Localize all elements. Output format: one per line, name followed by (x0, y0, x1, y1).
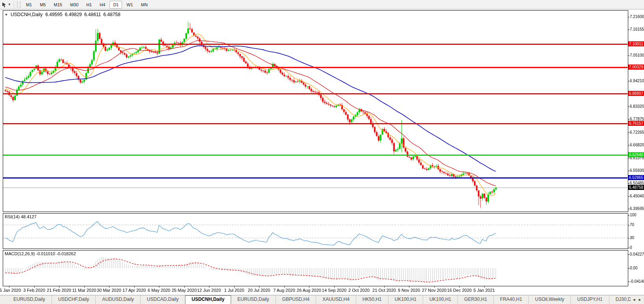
date-tick-label: 27 Nov 2020 (422, 288, 446, 293)
timeframe-button-h1[interactable]: H1 (83, 1, 95, 9)
price-tick-label: 6.83320 (630, 104, 644, 109)
price-tick-label: 6.39595 (630, 206, 644, 211)
symbol-tab-xauusd-h4[interactable]: XAUUSD,H4 (316, 295, 356, 304)
date-tick-label: 11 Mar 2020 (72, 288, 96, 293)
date-tick-label: 21 Oct 2020 (372, 288, 396, 293)
date-tick-label: 6 May 2020 (148, 288, 170, 293)
chart-symbol-label: USDCNH,Daily (11, 12, 43, 17)
rsi-tick-label: 30 (630, 236, 634, 240)
symbol-tab-usdchf-daily[interactable]: USDCHF,Daily (52, 295, 96, 304)
macd-label: MACD(12,26,9) -0.011010 -0.018262 (5, 251, 76, 256)
symbol-tab-uk100-h1[interactable]: UK100,H1 (423, 295, 457, 304)
date-tick-label: 5 Jan 2021 (474, 288, 495, 293)
symbol-tab-usoil-weekly[interactable]: USOil,Weekly (528, 295, 570, 304)
symbol-tab-gbpusd-h4[interactable]: GBPUSD,H4 (276, 295, 316, 304)
symbol-tab-fra40-h1[interactable]: FRA40,H1 (493, 295, 528, 304)
level-price-tag: 6.62646 (628, 152, 644, 157)
rsi-tick-label: 70 (630, 223, 634, 227)
timeframe-button-m1[interactable]: M1 (22, 1, 35, 9)
date-tick-label: 3 Feb 2020 (23, 288, 45, 293)
collapse-arrow-icon[interactable]: ▼ (5, 13, 8, 17)
date-tick-label: 17 Apr 2020 (122, 288, 146, 293)
macd-tick-label: 0.00 (630, 266, 637, 270)
current-price-tag: 6.48758 (628, 185, 644, 190)
toolbar-separator (14, 1, 14, 8)
price-tick-label: 7.16155 (630, 27, 644, 31)
price-tick-label: 6.72265 (630, 130, 644, 134)
level-price-tag: 7.10011 (628, 41, 644, 46)
chart-tool-icon (2, 2, 7, 7)
timeframe-button-group: M1M5M15M30H1H4D1W1MN (22, 1, 152, 9)
symbol-tab-usdcad-daily[interactable]: USDCAD,Daily (140, 295, 185, 304)
timeframe-button-w1[interactable]: W1 (123, 1, 137, 9)
date-tick-label: 7 Aug 2020 (273, 288, 295, 293)
level-price-tag: 6.88897 (628, 91, 644, 96)
date-tick-label: 9 Nov 2020 (398, 288, 420, 293)
symbol-tab-usdjpy-h1[interactable]: USDJPY,H1 (570, 295, 609, 304)
symbol-tab-usdcnh-daily[interactable]: USDCNH,Daily (185, 295, 231, 304)
price-tick-label: 7.21600 (630, 15, 644, 19)
date-tick-label: 26 Aug 2020 (297, 288, 321, 293)
tab-scroll-right-icon[interactable]: ► (638, 298, 642, 302)
level-price-tag: 6.76157 (628, 121, 644, 126)
price-tick-label: 6.45040 (630, 194, 644, 198)
timeframe-button-m5[interactable]: M5 (36, 1, 49, 9)
symbol-tab-uk100-h1[interactable]: UK100,H1 (388, 295, 423, 304)
timeframe-button-mn[interactable]: MN (137, 1, 151, 9)
symbol-tab-eurusd-daily[interactable]: EURUSD,Daily (231, 295, 276, 304)
rsi-panel[interactable] (3, 213, 628, 249)
price-tick-label: 6.55930 (630, 168, 644, 173)
close-value: 6.48758 (104, 12, 120, 17)
date-tick-label: 15 Jan 2020 (0, 288, 21, 293)
level-price-tag: 7.00029 (628, 64, 644, 70)
date-tick-label: 25 May 2020 (172, 288, 197, 293)
chart-tool-button[interactable]: ▼ (0, 0, 13, 9)
macd-tick-label: -0.04148 (630, 279, 644, 284)
price-tick-label: 6.94210 (630, 79, 644, 83)
date-tick-label: 30 Mar 2020 (97, 288, 121, 293)
timeframe-button-m30[interactable]: M30 (67, 1, 82, 9)
toolbar: ▼ M1M5M15M30H1H4D1W1MN (0, 0, 644, 9)
level-price-tag: 6.52865 (628, 175, 644, 180)
tab-scroll-left-icon[interactable]: ◄ (632, 298, 636, 302)
price-tick-label: 7.05100 (630, 53, 644, 57)
chart-title: ▼ USDCNH,Daily 6.49595 6.49829 6.48611 6… (5, 12, 120, 17)
date-tick-label: 14 Sep 2020 (322, 288, 346, 293)
rsi-tick-label: 0 (630, 245, 632, 250)
date-tick-label: 21 Feb 2020 (47, 288, 71, 293)
symbol-tab-bar: EURUSD,DailyUSDCHF,DailyAUDUSD,DailyUSDC… (0, 295, 644, 304)
main-chart-panel[interactable] (3, 10, 628, 212)
tab-scroll-buttons: ◄ ► (631, 296, 643, 304)
rsi-tick-label: 100 (630, 213, 637, 217)
date-tick-label: 12 Jun 2020 (197, 288, 221, 293)
open-value: 6.49595 (45, 12, 62, 17)
symbol-tab-audusd-daily[interactable]: AUDUSD,Daily (95, 295, 140, 304)
high-value: 6.49829 (65, 12, 82, 17)
symbol-tab-hk50-h1[interactable]: HK50,H1 (356, 295, 388, 304)
symbol-tab-ger30-h1[interactable]: GER30,H1 (457, 295, 493, 304)
date-tick-label: 20 Jul 2020 (248, 288, 270, 293)
macd-panel[interactable] (3, 250, 628, 286)
timeframe-button-m15[interactable]: M15 (50, 1, 65, 9)
date-tick-label: 1 Jul 2020 (224, 288, 244, 293)
timeframe-button-h4[interactable]: H4 (96, 1, 109, 9)
low-value: 6.48611 (84, 12, 101, 17)
macd-tick-label: 0.042275 (630, 252, 644, 256)
trading-platform-window: ▼ M1M5M15M30H1H4D1W1MN ▼ USDCNH,Daily 6.… (0, 0, 644, 304)
timeframe-button-d1[interactable]: D1 (109, 1, 122, 9)
price-tick-label: 6.66820 (630, 143, 644, 147)
toolbar-grip[interactable] (17, 2, 20, 8)
date-tick-label: 16 Dec 2020 (447, 288, 472, 293)
ohlc-readout: 6.49595 6.49829 6.48611 6.48758 (45, 12, 120, 17)
symbol-tab-eurusd-daily[interactable]: EURUSD,Daily (7, 295, 52, 304)
chevron-down-icon[interactable]: ▼ (8, 3, 11, 6)
date-tick-label: 2 Oct 2020 (348, 288, 370, 293)
rsi-label: RSI(14) 48.4127 (5, 214, 37, 219)
